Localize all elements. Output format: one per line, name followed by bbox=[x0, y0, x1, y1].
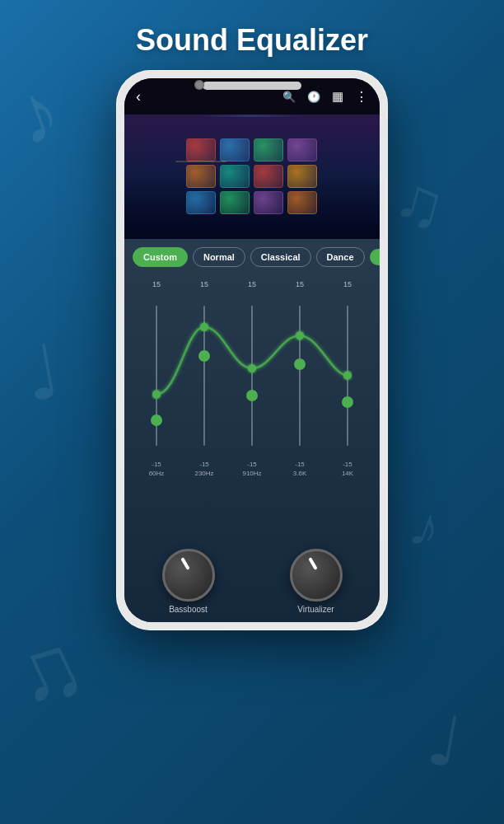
chip-dance[interactable]: Dance bbox=[316, 247, 365, 267]
eq-band-4: 15-1514K bbox=[324, 280, 371, 478]
slider-thumb-0[interactable] bbox=[151, 414, 162, 426]
slider-track-4 bbox=[347, 306, 348, 446]
virtualizer-container: Virtualizer bbox=[290, 549, 343, 614]
virtualizer-knob[interactable] bbox=[290, 549, 343, 602]
band-top-label-4: 15 bbox=[343, 280, 352, 288]
search-icon[interactable]: 🔍 bbox=[282, 91, 296, 103]
eq-band-0: 15-1560Hz bbox=[133, 280, 180, 478]
slider-track-2 bbox=[251, 306, 253, 446]
chip-normal[interactable]: Normal bbox=[193, 247, 245, 267]
app-bar-icons: 🔍 🕐 ▦ ⋮ bbox=[282, 89, 368, 105]
dj-pad bbox=[220, 138, 250, 162]
chip-classical[interactable]: Classical bbox=[250, 247, 311, 267]
more-icon[interactable]: ⋮ bbox=[355, 89, 368, 105]
dj-pad bbox=[220, 191, 250, 214]
band-bottom-label-4: -1514K bbox=[342, 460, 353, 478]
phone-camera bbox=[194, 80, 204, 90]
slider-track-1 bbox=[203, 306, 205, 446]
eq-sliders: 15-1560Hz15-15230Hz15-15910Hz15-153.6K15… bbox=[124, 280, 380, 478]
dj-pad bbox=[254, 191, 283, 214]
dj-pad bbox=[220, 165, 250, 188]
virtualizer-label: Virtualizer bbox=[297, 605, 334, 614]
eq-toggle[interactable] bbox=[370, 249, 380, 265]
slider-track-0 bbox=[156, 306, 157, 446]
band-top-label-1: 15 bbox=[200, 280, 208, 288]
band-bottom-label-3: -153.6K bbox=[293, 460, 306, 478]
band-top-label-0: 15 bbox=[152, 280, 161, 288]
band-top-label-2: 15 bbox=[248, 280, 256, 288]
bassboost-container: Bassboost bbox=[162, 549, 215, 614]
slider-track-area-1[interactable] bbox=[180, 292, 228, 460]
band-bottom-label-0: -1560Hz bbox=[149, 460, 165, 478]
dj-pad bbox=[186, 191, 216, 214]
dj-pad bbox=[254, 138, 283, 162]
history-icon[interactable]: 🕐 bbox=[307, 91, 320, 103]
phone-speaker bbox=[203, 82, 301, 90]
slider-track-area-2[interactable] bbox=[228, 292, 276, 460]
dj-pad bbox=[254, 165, 283, 188]
dj-pad bbox=[287, 191, 317, 214]
slider-track-area-4[interactable] bbox=[324, 292, 371, 460]
slider-track-3 bbox=[299, 306, 301, 446]
slider-thumb-1[interactable] bbox=[198, 350, 210, 362]
dj-pad bbox=[186, 165, 216, 188]
dj-pad bbox=[287, 138, 317, 162]
eq-band-2: 15-15910Hz bbox=[228, 280, 276, 478]
slider-track-area-0[interactable] bbox=[133, 292, 180, 460]
eq-band-1: 15-15230Hz bbox=[180, 280, 228, 478]
eq-band-3: 15-153.6K bbox=[276, 280, 324, 478]
dj-pad bbox=[287, 165, 317, 188]
band-top-label-3: 15 bbox=[296, 280, 304, 288]
phone-mockup: ‹ 🔍 🕐 ▦ ⋮ bbox=[116, 70, 388, 630]
phone-screen: ‹ 🔍 🕐 ▦ ⋮ bbox=[124, 78, 380, 622]
page-title: Sound Equalizer bbox=[0, 23, 504, 58]
band-bottom-label-2: -15910Hz bbox=[242, 460, 261, 478]
bassboost-knob[interactable] bbox=[162, 549, 215, 602]
back-icon[interactable]: ‹ bbox=[136, 88, 141, 105]
slider-track-area-3[interactable] bbox=[276, 292, 324, 460]
eq-area: Custom Normal Classical Dance bbox=[124, 239, 380, 622]
knobs-area: Bassboost Virtualizer bbox=[124, 549, 380, 614]
slider-thumb-2[interactable] bbox=[246, 390, 258, 401]
mixer-icon[interactable]: ▦ bbox=[332, 89, 343, 104]
band-bottom-label-1: -15230Hz bbox=[194, 460, 213, 478]
slider-thumb-4[interactable] bbox=[342, 396, 353, 408]
bassboost-label: Bassboost bbox=[169, 605, 208, 614]
dj-pad bbox=[186, 138, 216, 162]
preset-chips: Custom Normal Classical Dance bbox=[124, 247, 380, 267]
chip-custom[interactable]: Custom bbox=[133, 247, 188, 267]
slider-thumb-3[interactable] bbox=[294, 358, 306, 370]
